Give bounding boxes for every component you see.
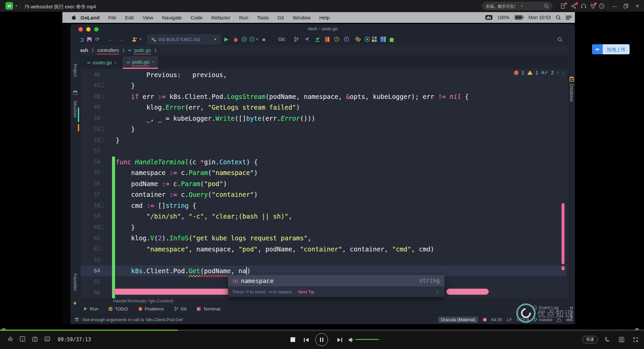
fold-marker-icon[interactable] (99, 127, 104, 131)
menu-item-git[interactable]: Git (277, 15, 284, 20)
promo-close-icon[interactable]: × (521, 4, 523, 8)
git-branch-icon[interactable] (294, 36, 299, 43)
tab-close-icon[interactable]: × (152, 60, 154, 64)
theme-widget[interactable]: Dracula (Material) (438, 316, 478, 323)
blocks-icon[interactable] (372, 36, 377, 43)
history-clock-icon[interactable] (598, 3, 605, 9)
fullscreen-icon[interactable] (632, 336, 639, 343)
screen-lock-icon[interactable] (618, 336, 625, 343)
menu-item-help[interactable]: Help (319, 15, 330, 20)
control-center-icon[interactable] (566, 15, 572, 20)
completion-item[interactable]: (x) namespace string (228, 275, 444, 286)
prev-error-arrow-icon[interactable]: ↑ (557, 70, 559, 75)
minimize-traffic-light[interactable] (86, 27, 91, 32)
tab-podsgo[interactable]: ∞pods.go× (123, 56, 158, 69)
apple-logo-icon[interactable] (71, 15, 76, 20)
menu-item-window[interactable]: Window (292, 15, 310, 20)
database-icon[interactable] (569, 76, 574, 82)
scrollbar-change-marker[interactable] (561, 203, 565, 264)
code-line[interactable]: _, _ = kubeLogger.Write([]byte(err.Error… (116, 113, 315, 124)
code-line[interactable]: cmd := []string { (116, 200, 196, 211)
caret-position[interactable]: 64:35 (491, 317, 502, 322)
du-status-icon[interactable]: du (485, 15, 492, 20)
stop-button[interactable]: ■ (262, 36, 265, 43)
code-line[interactable]: Previous: previous, (116, 69, 227, 80)
tool-button-git[interactable]: Git (174, 306, 186, 311)
tool-button-problems[interactable]: Problems (138, 306, 164, 311)
code-line[interactable]: "/bin/sh", "-c", "clear;(bash || sh)", (116, 211, 292, 222)
menu-item-run[interactable]: Run (239, 15, 249, 20)
stop-button[interactable] (290, 337, 295, 342)
profiler-icon[interactable] (249, 36, 255, 43)
volume-icon[interactable] (347, 336, 355, 344)
project-tool-icon[interactable] (73, 91, 77, 95)
plugin-puzzle-icon[interactable] (389, 36, 395, 43)
debug-button[interactable] (233, 36, 238, 43)
more-dots-icon[interactable]: ⋮ (435, 289, 440, 294)
code-line[interactable]: klog.Error(err, "GetLogs stream failed") (116, 102, 300, 113)
search-everywhere-icon[interactable] (557, 36, 562, 43)
menu-item-file[interactable]: File (108, 15, 116, 20)
tool-windows-icon[interactable] (74, 317, 79, 322)
menubar-clock[interactable]: Mon 10:53 (529, 15, 551, 20)
git-push-icon[interactable] (315, 36, 320, 43)
rollback-book-icon[interactable] (325, 36, 329, 43)
status-message[interactable]: Not enough arguments in call to 'k8s.Cli… (83, 317, 183, 322)
favorites-star-icon[interactable]: ★ (73, 300, 77, 306)
save-all-icon[interactable] (87, 36, 92, 43)
seek-back-icon[interactable]: ◀◀ (1, 327, 5, 331)
next-tip-link[interactable]: Next Tip (298, 289, 314, 294)
history-back-icon[interactable] (334, 36, 339, 43)
fold-marker-icon[interactable] (99, 83, 104, 88)
next-error-arrow-icon[interactable]: ↓ (562, 70, 565, 75)
inspections-widget[interactable]: ! 1 1 A✓ 2 ↑ ↓ (514, 70, 565, 75)
back-icon[interactable]: ← (108, 36, 113, 43)
code-line[interactable]: func HandleTerminal(c *gin.Context) { (116, 157, 258, 167)
drag-upload-button[interactable]: ∞ 拖拽上传 (592, 44, 630, 54)
player-app-logo-icon[interactable]: ‖‖ (5, 2, 13, 10)
video-frame[interactable]: GoLandFileEditViewNavigateCodeRefactorRu… (62, 12, 575, 324)
next-button[interactable] (336, 336, 343, 344)
headset-icon[interactable] (580, 3, 587, 9)
code-line[interactable]: if err := k8s.Client.Pod.LogsStream(podN… (116, 91, 469, 102)
volume-slider[interactable] (356, 339, 379, 340)
window-tool-icon[interactable] (380, 36, 386, 43)
profiler-dropdown-icon[interactable]: ▼ (256, 36, 259, 43)
sync-icon[interactable]: ⟳ (95, 36, 100, 43)
record-icon[interactable] (365, 36, 370, 43)
zoom-traffic-light[interactable] (94, 27, 99, 32)
git-update-icon[interactable] (304, 36, 310, 43)
code-line[interactable]: klog.V(2).InfoS("get kube logs request p… (116, 233, 311, 243)
scrollbar-change-marker[interactable] (561, 266, 565, 270)
tab-routergo[interactable]: ∞router.go× (83, 56, 121, 69)
pause-button[interactable] (315, 333, 328, 346)
fold-marker-icon[interactable] (99, 225, 104, 229)
users-dropdown-icon[interactable]: ▼ (139, 36, 142, 43)
tool-button-terminal[interactable]: Terminal (197, 306, 220, 311)
promo-search-pill[interactable]: 幸福，触手可及！ × (482, 2, 552, 10)
history-forward-icon[interactable] (344, 36, 349, 43)
run-config-select[interactable]: GO BUILD EXEC.GO ▼ (148, 35, 221, 44)
frame-1-icon[interactable]: 1 (19, 336, 26, 343)
fold-marker-icon[interactable] (99, 138, 104, 142)
search-icon[interactable] (544, 4, 549, 8)
run-button[interactable]: ▶ (224, 36, 228, 43)
science-atom-icon[interactable] (355, 36, 361, 43)
fold-marker-icon[interactable] (99, 94, 104, 99)
tool-strip-project[interactable]: Project (73, 64, 77, 77)
close-traffic-light[interactable] (78, 27, 83, 32)
breadcrumb-item-controllers[interactable]: controllers (97, 48, 119, 53)
tool-strip-favorites[interactable]: Favorites (73, 274, 77, 291)
code-line[interactable]: container := c.Query("container") (116, 189, 258, 200)
seek-forward-icon[interactable]: ▶▶ (635, 327, 639, 331)
menu-item-goland[interactable]: GoLand (80, 15, 100, 20)
menu-item-tools[interactable]: Tools (257, 15, 269, 20)
eject-upload-icon[interactable] (7, 336, 14, 343)
chevron-down-icon[interactable]: ▾ (15, 4, 17, 8)
forward-icon[interactable]: → (118, 36, 123, 43)
line-ending[interactable]: LF (507, 317, 512, 322)
menu-item-navigate[interactable]: Navigate (162, 15, 182, 20)
menu-item-view[interactable]: View (143, 15, 153, 20)
code-line[interactable]: podName := c.Param("pod") (116, 178, 227, 189)
playback-speed-button[interactable]: 倍速 (582, 336, 598, 343)
